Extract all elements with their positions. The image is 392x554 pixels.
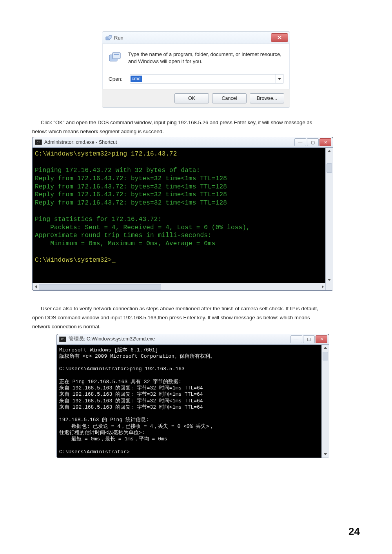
close-icon: ✕ xyxy=(320,337,323,342)
scroll-thumb[interactable] xyxy=(39,284,161,290)
cmd-window-1: C:\ Administrator: cmd.exe - Shortcut — … xyxy=(32,137,333,291)
cmd1-reply: Reply from 172.16.43.72: bytes=32 time<1… xyxy=(35,183,227,190)
ok-button[interactable]: OK xyxy=(174,93,209,103)
svg-rect-2 xyxy=(113,53,120,59)
page-number: 24 xyxy=(348,525,360,538)
cmd2-title: 管理员: C:\Windows\system32\cmd.exe xyxy=(69,336,155,342)
horizontal-scrollbar[interactable] xyxy=(33,283,333,290)
cmd2-r4: 来自 192.168.5.163 的回复: 字节=32 时间<1ms TTL=6… xyxy=(59,404,203,410)
chevron-down-icon xyxy=(278,78,281,80)
open-label: Open: xyxy=(109,76,124,82)
cmd1-content[interactable]: C:\Windows\system32>ping 172.16.43.72 Pi… xyxy=(33,148,333,283)
vertical-scrollbar[interactable] xyxy=(321,345,329,458)
close-button[interactable]: ✕ xyxy=(319,138,331,146)
minimize-icon: — xyxy=(298,140,303,145)
scroll-right-icon[interactable] xyxy=(319,283,326,290)
cmd2-l2: 版权所有 <c> 2009 Microsoft Corporation。保留所有… xyxy=(59,353,215,359)
scroll-down-icon[interactable] xyxy=(326,277,333,283)
cancel-button[interactable]: Cancel xyxy=(212,93,247,103)
scroll-left-icon[interactable] xyxy=(33,283,39,290)
maximize-button[interactable]: ▢ xyxy=(303,335,315,343)
close-button[interactable]: ✕ xyxy=(271,33,288,42)
cmd2-r0: 正在 Ping 192.168.5.163 具有 32 字节的数据: xyxy=(59,379,181,385)
scroll-up-icon[interactable] xyxy=(326,148,333,154)
cmd2-s2: 数据包: 已发送 = 4，已接收 = 4，丢失 = 0 <0% 丢失>， xyxy=(59,424,214,429)
cmd2-s4: 最短 = 0ms，最长 = 1ms，平均 = 0ms xyxy=(59,436,167,442)
svg-rect-3 xyxy=(114,54,119,55)
cmd2-l1: Microsoft Windows [版本 6.1.7601] xyxy=(59,347,158,353)
cmd2-prompt1: C:\Users\Administrator>ping 192.168.5.16… xyxy=(59,366,185,372)
cmd2-s1: 192.168.5.163 的 Ping 统计信息: xyxy=(59,417,149,423)
paragraph-2c: network connection is normal. xyxy=(32,323,360,330)
program-icon xyxy=(109,52,122,63)
cmd2-r2: 来自 192.168.5.163 的回复: 字节=32 时间<1ms TTL=6… xyxy=(59,391,203,397)
cmd-icon: C:\ xyxy=(35,139,42,145)
close-button[interactable]: ✕ xyxy=(316,335,327,343)
cmd2-r3: 来自 192.168.5.163 的回复: 字节=32 时间<1ms TTL=6… xyxy=(59,398,203,404)
cmd1-prompt1: C:\Windows\system32> xyxy=(35,150,112,158)
cmd1-titlebar: C:\ Administrator: cmd.exe - Shortcut — … xyxy=(33,137,333,148)
minimize-icon: — xyxy=(294,337,299,342)
browse-button[interactable]: Browse... xyxy=(250,93,284,103)
cmd-window-2: C:\ 管理员: C:\Windows\system32\cmd.exe — ▢… xyxy=(56,334,329,458)
open-dropdown-button[interactable] xyxy=(276,74,283,83)
open-input[interactable]: cmd xyxy=(130,74,283,83)
cmd1-packets: Packets: Sent = 4, Received = 4, Lost = … xyxy=(35,224,250,231)
maximize-button[interactable]: ▢ xyxy=(307,138,319,146)
run-titlebar: Run ✕ xyxy=(102,32,290,44)
cmd1-reply: Reply from 172.16.43.72: bytes=32 time<1… xyxy=(35,175,227,182)
run-dialog: Run ✕ Type the name of a program, folder… xyxy=(102,31,290,108)
close-icon: ✕ xyxy=(324,140,327,145)
cmd1-reply: Reply from 172.16.43.72: bytes=32 time<1… xyxy=(35,191,227,198)
run-title: Run xyxy=(114,35,123,41)
paragraph-1b: below: which means network segment addin… xyxy=(32,128,360,135)
cmd1-title: Administrator: cmd.exe - Shortcut xyxy=(44,139,117,145)
cmd1-minmax: Minimum = 0ms, Maximum = 0ms, Average = … xyxy=(35,240,216,247)
maximize-icon: ▢ xyxy=(307,337,311,342)
close-icon: ✕ xyxy=(277,35,282,40)
maximize-icon: ▢ xyxy=(311,140,315,145)
cmd-icon: C:\ xyxy=(59,337,66,342)
vertical-scrollbar[interactable] xyxy=(325,148,333,283)
cmd2-content[interactable]: Microsoft Windows [版本 6.1.7601] 版权所有 <c>… xyxy=(57,345,329,458)
scroll-down-icon[interactable] xyxy=(322,451,329,458)
scroll-corner xyxy=(325,283,333,290)
scroll-thumb[interactable] xyxy=(323,352,328,360)
run-description: Type the name of a program, folder, docu… xyxy=(128,51,283,65)
minimize-button[interactable]: — xyxy=(290,335,302,343)
cmd2-r1: 来自 192.168.5.163 的回复: 字节=32 时间=1ms TTL=6… xyxy=(59,385,203,391)
paragraph-2a: User can also to verify network connecti… xyxy=(32,305,360,312)
cmd2-titlebar: C:\ 管理员: C:\Windows\system32\cmd.exe — ▢… xyxy=(57,334,329,345)
scroll-thumb[interactable] xyxy=(327,163,332,173)
cmd1-approx: Approximate round trip times in milli-se… xyxy=(35,232,212,239)
scroll-up-icon[interactable] xyxy=(322,345,329,351)
cmd2-prompt2: C:\Users\Administrator>_ xyxy=(59,449,132,455)
cmd1-reply: Reply from 172.16.43.72: bytes=32 time<1… xyxy=(35,199,227,206)
cmd1-command: ping 172.16.43.72 xyxy=(112,150,177,158)
run-footer: OK Cancel Browse... xyxy=(102,89,290,107)
minimize-button[interactable]: — xyxy=(294,138,306,146)
open-value: cmd xyxy=(131,76,142,82)
paragraph-2b: open DOS command window and input 192.16… xyxy=(32,314,360,321)
paragraph-1a: Click "OK" and open the DOS command wind… xyxy=(32,119,360,126)
cmd2-s3: 往返行程的估计时间<以毫秒为单位>: xyxy=(59,430,145,436)
cmd1-stats-title: Ping statistics for 172.16.43.72: xyxy=(35,216,162,223)
run-icon xyxy=(105,34,112,41)
cmd1-header: Pinging 172.16.43.72 with 32 bytes of da… xyxy=(35,167,200,174)
cmd1-prompt2: C:\Windows\system32>_ xyxy=(35,257,116,264)
